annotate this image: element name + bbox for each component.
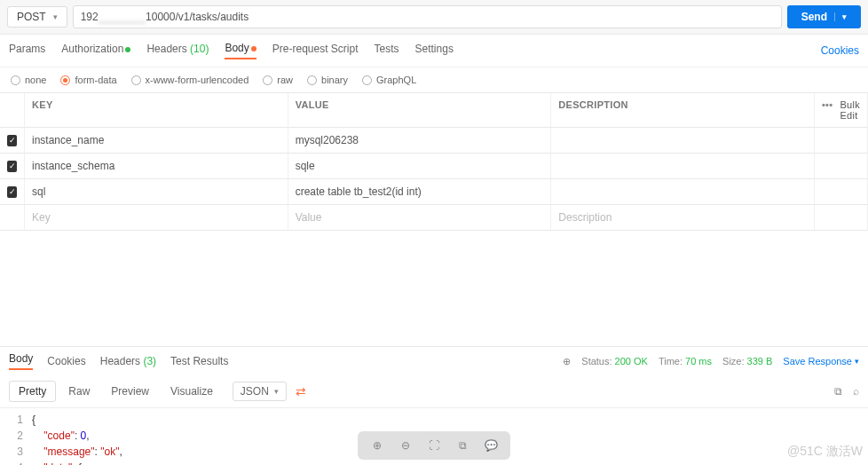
resp-tab-headers[interactable]: Headers (3) — [100, 355, 156, 367]
cell-key[interactable]: instance_name — [25, 128, 288, 154]
radio-binary[interactable]: binary — [307, 75, 348, 85]
resp-tab-cookies[interactable]: Cookies — [47, 355, 85, 367]
resp-tab-tests[interactable]: Test Results — [170, 355, 228, 367]
expand-icon[interactable]: ⛶ — [425, 437, 443, 454]
cell-value[interactable]: create table tb_test2(id int) — [288, 179, 552, 205]
wrap-icon[interactable]: ⇄ — [296, 384, 306, 398]
tab-params[interactable]: Params — [9, 43, 45, 59]
cell-key[interactable]: instance_schema — [25, 154, 288, 179]
bulk-edit-link[interactable]: Bulk Edit — [840, 99, 860, 121]
zoom-out-icon[interactable]: ⊖ — [397, 437, 414, 454]
cell-value[interactable]: sqle — [288, 154, 552, 179]
globe-icon[interactable]: ⊕ — [563, 356, 571, 367]
radio-formdata[interactable]: form-data — [60, 75, 116, 85]
send-button[interactable]: Send ▾ — [787, 5, 861, 28]
cell-value-placeholder[interactable]: Value — [288, 205, 552, 231]
save-response[interactable]: Save Response ▾ — [783, 356, 859, 366]
status: Status: 200 OK — [581, 356, 648, 366]
cell-desc[interactable] — [551, 179, 815, 205]
row-checkbox[interactable]: ✓ — [7, 186, 17, 198]
view-visualize[interactable]: Visualize — [162, 382, 222, 401]
url-input[interactable]: 192________10000/v1/tasks/audits — [73, 5, 782, 28]
view-pretty[interactable]: Pretty — [9, 381, 56, 402]
bottom-toolbar: ⊕ ⊖ ⛶ ⧉ 💬 — [358, 431, 510, 460]
chevron-down-icon: ▾ — [53, 12, 58, 21]
copy-icon[interactable]: ⧉ — [454, 437, 471, 454]
tab-headers[interactable]: Headers (10) — [146, 43, 209, 59]
tab-tests[interactable]: Tests — [375, 43, 399, 59]
resp-tab-body[interactable]: Body — [9, 352, 33, 370]
col-key: KEY — [25, 93, 288, 128]
cell-key-placeholder[interactable]: Key — [25, 205, 288, 231]
cell-desc[interactable] — [551, 128, 815, 154]
cookies-link[interactable]: Cookies — [821, 44, 859, 57]
row-checkbox[interactable]: ✓ — [7, 161, 17, 172]
method-select[interactable]: POST ▾ — [7, 6, 67, 28]
tab-settings[interactable]: Settings — [415, 43, 454, 59]
view-preview[interactable]: Preview — [102, 382, 158, 401]
radio-graphql[interactable]: GraphQL — [362, 75, 416, 85]
cell-key[interactable]: sql — [25, 179, 288, 205]
comment-icon[interactable]: 💬 — [482, 437, 500, 454]
col-desc: DESCRIPTION — [551, 93, 815, 128]
tab-body[interactable]: Body — [225, 42, 256, 59]
time: Time: 70 ms — [659, 356, 712, 366]
radio-xwww[interactable]: x-www-form-urlencoded — [131, 75, 249, 85]
dot-icon — [251, 46, 256, 51]
copy-icon[interactable]: ⧉ — [834, 385, 842, 398]
watermark: @51C 激活W — [787, 444, 863, 460]
cell-desc-placeholder[interactable]: Description — [551, 205, 815, 231]
radio-raw[interactable]: raw — [263, 75, 293, 85]
more-icon[interactable]: ••• — [822, 99, 832, 121]
zoom-in-icon[interactable]: ⊕ — [368, 437, 386, 454]
form-data-table: KEY VALUE DESCRIPTION •••Bulk Edit ✓ ins… — [0, 92, 868, 231]
cell-value[interactable]: mysql206238 — [288, 128, 552, 154]
cell-desc[interactable] — [551, 154, 815, 179]
col-value: VALUE — [288, 93, 552, 128]
search-icon[interactable]: ⌕ — [853, 385, 859, 398]
format-select[interactable]: JSON▾ — [233, 382, 287, 401]
view-raw[interactable]: Raw — [59, 382, 99, 401]
size: Size: 339 B — [722, 356, 772, 366]
row-checkbox[interactable]: ✓ — [7, 135, 17, 146]
method-label: POST — [17, 11, 46, 23]
tab-prerequest[interactable]: Pre-request Script — [272, 43, 359, 59]
tab-auth[interactable]: Authorization — [61, 43, 130, 59]
dot-icon — [125, 47, 130, 52]
radio-none[interactable]: none — [11, 75, 46, 85]
chevron-down-icon[interactable]: ▾ — [834, 12, 847, 21]
